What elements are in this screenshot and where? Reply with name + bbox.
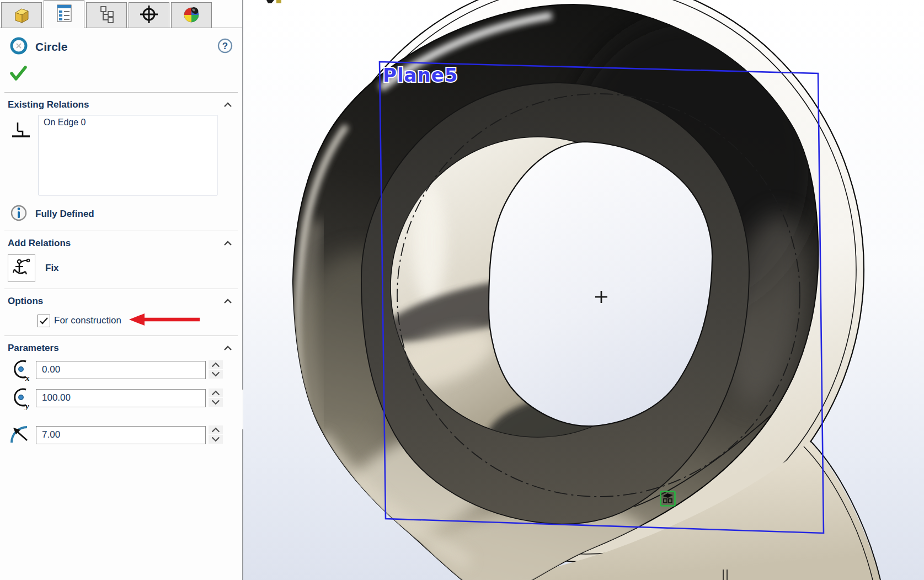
model-view: Plane5 xyxy=(243,0,924,580)
information-icon xyxy=(10,204,28,224)
center-x-coordinate-icon: x xyxy=(8,358,32,382)
accept-check-icon xyxy=(8,75,30,84)
center-y-coordinate-icon: y xyxy=(8,386,32,410)
stepper-up-button[interactable] xyxy=(209,425,223,434)
definition-status: Fully Defined xyxy=(0,195,242,224)
plane-label: Plane5 xyxy=(383,64,458,86)
center-x-stepper xyxy=(209,360,223,379)
status-text: Fully Defined xyxy=(35,209,94,220)
page-title: Circle xyxy=(35,40,217,54)
options-header[interactable]: Options xyxy=(0,289,242,307)
add-relations-header[interactable]: Add Relations xyxy=(0,231,242,249)
red-arrow-icon xyxy=(128,312,202,329)
tab-display-manager[interactable] xyxy=(171,2,212,28)
radius-input[interactable] xyxy=(36,426,206,444)
parameters-header[interactable]: Parameters xyxy=(0,336,242,354)
circle-tool-icon xyxy=(9,36,29,58)
accept-button[interactable] xyxy=(0,58,242,86)
add-relations-label: Add Relations xyxy=(8,238,71,249)
radius-stepper xyxy=(209,425,223,444)
tab-feature-manager[interactable] xyxy=(1,2,42,28)
property-manager-panel: Circle ? Existing Relations xyxy=(0,0,242,580)
stepper-up-button[interactable] xyxy=(209,389,223,397)
display-manager-sphere-icon xyxy=(180,3,202,28)
on-edge-relation-icon xyxy=(10,115,32,146)
for-construction-checkbox[interactable] xyxy=(38,315,50,327)
existing-relations-label: Existing Relations xyxy=(8,99,89,110)
solidworks-window: Circle ? Existing Relations xyxy=(0,0,924,580)
subscript-glyph: y xyxy=(24,402,29,410)
collapse-chevron-icon[interactable] xyxy=(223,238,232,248)
fix-relation-button[interactable] xyxy=(8,254,35,282)
stepper-down-button[interactable] xyxy=(209,398,223,407)
center-x-input[interactable] xyxy=(36,361,206,379)
manager-tab-bar xyxy=(0,0,242,28)
collapse-chevron-icon[interactable] xyxy=(223,296,232,306)
property-manager-icon xyxy=(54,2,74,26)
dimxpert-crosshair-icon xyxy=(138,3,160,28)
graphics-viewport[interactable]: Plane5 xyxy=(243,0,924,580)
help-icon[interactable]: ? xyxy=(217,38,233,56)
relation-list-item[interactable]: On Edge 0 xyxy=(39,115,217,127)
help-glyph: ? xyxy=(222,41,228,51)
tool-header: Circle ? xyxy=(0,28,242,58)
parameters-label: Parameters xyxy=(8,343,59,354)
tab-dimxpert-manager[interactable] xyxy=(129,2,169,28)
relations-listbox[interactable]: On Edge 0 xyxy=(39,115,217,195)
anchor-fix-icon xyxy=(10,256,33,281)
configuration-manager-icon xyxy=(96,3,117,28)
subscript-glyph: x xyxy=(25,374,30,382)
stepper-up-button[interactable] xyxy=(209,360,223,369)
center-y-input[interactable] xyxy=(36,389,206,407)
part-icon xyxy=(11,3,32,28)
radius-icon xyxy=(8,423,32,447)
tab-configuration-manager[interactable] xyxy=(86,2,127,28)
stepper-down-button[interactable] xyxy=(209,435,223,444)
collapse-chevron-icon[interactable] xyxy=(223,100,232,110)
center-y-stepper xyxy=(209,389,223,407)
options-label: Options xyxy=(8,296,43,307)
for-construction-label: For construction xyxy=(54,315,121,326)
fix-label: Fix xyxy=(45,263,59,274)
stepper-down-button[interactable] xyxy=(209,370,223,379)
collapse-chevron-icon[interactable] xyxy=(223,343,232,353)
on-surface-relation-badge-icon[interactable] xyxy=(661,492,675,506)
tab-property-manager[interactable] xyxy=(44,0,84,28)
existing-relations-header[interactable]: Existing Relations xyxy=(0,93,242,110)
